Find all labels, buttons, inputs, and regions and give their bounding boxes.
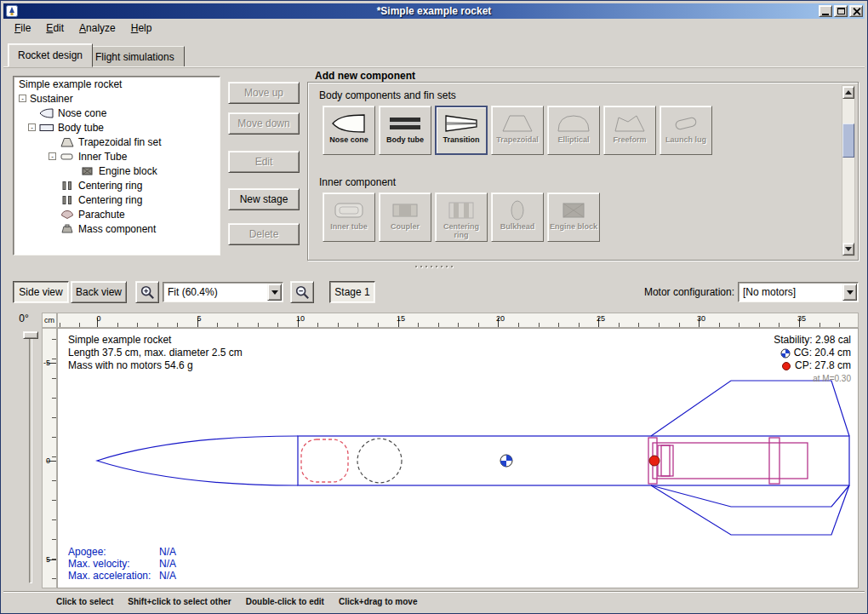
scroll-down-button[interactable] bbox=[842, 243, 854, 255]
add-coupler-button[interactable]: Coupler bbox=[379, 192, 431, 242]
parachute-shape[interactable] bbox=[301, 439, 348, 482]
vertical-ruler: -5 0 5 bbox=[42, 328, 57, 588]
tree-item-nose-cone[interactable]: Nose cone bbox=[14, 106, 220, 120]
body-tube-shape[interactable] bbox=[298, 436, 849, 485]
add-engine-block-button[interactable]: Engine block bbox=[547, 192, 600, 242]
new-stage-button[interactable]: New stage bbox=[228, 188, 300, 210]
add-body-tube-button[interactable]: Body tube bbox=[379, 106, 431, 155]
move-down-button[interactable]: Move down bbox=[228, 112, 300, 135]
splitter-handle[interactable] bbox=[1, 263, 867, 270]
collapse-icon[interactable]: - bbox=[28, 123, 36, 131]
apogee-value: N/A bbox=[159, 546, 176, 558]
inner-component-label: Inner component bbox=[319, 176, 396, 188]
rotation-slider-knob[interactable] bbox=[23, 331, 38, 339]
zoom-in-button[interactable] bbox=[135, 281, 159, 303]
add-trapezoidal-fin-button[interactable]: Trapezoidal bbox=[491, 106, 544, 155]
max-velocity-label: Max. velocity: bbox=[68, 558, 159, 570]
window-title: *Simple example rocket bbox=[3, 5, 865, 17]
tree-item-parachute[interactable]: Parachute bbox=[14, 207, 220, 221]
hint-click-drag: Click+drag to move bbox=[339, 597, 418, 606]
hint-shift-click: Shift+click to select other bbox=[128, 597, 231, 606]
tree-item-centering-ring-2[interactable]: Centering ring bbox=[14, 192, 220, 207]
tab-rocket-design[interactable]: Rocket design bbox=[8, 43, 93, 67]
centering-ring-rear-shape[interactable] bbox=[769, 438, 779, 484]
tab-panel-border bbox=[3, 66, 865, 68]
tree-item-fin-set[interactable]: Trapezoidal fin set bbox=[14, 135, 220, 149]
scroll-up-button[interactable] bbox=[842, 86, 854, 99]
inner-tube-icon bbox=[60, 152, 75, 162]
launch-lug-icon bbox=[667, 111, 705, 136]
engine-block-icon bbox=[555, 198, 592, 223]
ruler-unit-label: cm bbox=[42, 313, 57, 328]
zoom-out-button[interactable] bbox=[290, 281, 314, 303]
side-view-button[interactable]: Side view bbox=[13, 281, 69, 303]
title-bar[interactable]: *Simple example rocket bbox=[3, 3, 865, 19]
add-transition-button[interactable]: Transition bbox=[435, 106, 488, 155]
move-up-button[interactable]: Move up bbox=[228, 82, 300, 104]
tree-item-sustainer[interactable]: - Sustainer bbox=[14, 91, 220, 106]
component-tree[interactable]: Simple example rocket - Sustainer Nose c… bbox=[13, 76, 220, 255]
zoom-in-icon bbox=[140, 284, 155, 300]
minimize-button[interactable] bbox=[819, 5, 832, 17]
engine-block-shape[interactable] bbox=[658, 445, 673, 476]
add-centering-ring-button[interactable]: Centering ring bbox=[435, 192, 488, 242]
collapse-icon[interactable]: - bbox=[19, 95, 26, 102]
motor-configuration-select[interactable]: [No motors] bbox=[738, 282, 859, 302]
stage-1-toggle[interactable]: Stage 1 bbox=[329, 281, 375, 303]
zoom-level-select[interactable]: Fit (60.4%) bbox=[163, 282, 283, 302]
inner-component-buttons: Inner tube Coupler Centering ring Bulkhe… bbox=[323, 192, 600, 242]
cg-icon bbox=[780, 348, 791, 359]
combo-dropdown-button[interactable] bbox=[267, 284, 282, 301]
combo-dropdown-button[interactable] bbox=[842, 284, 857, 301]
tree-item-inner-tube[interactable]: - Inner Tube bbox=[14, 149, 220, 164]
mass-component-icon bbox=[60, 224, 75, 234]
menu-file[interactable]: File bbox=[7, 20, 38, 37]
body-tube-icon bbox=[386, 111, 424, 136]
back-view-button[interactable]: Back view bbox=[71, 281, 127, 303]
engine-block-icon bbox=[80, 166, 95, 176]
mass-component-shape[interactable] bbox=[357, 439, 402, 483]
hint-click-select: Click to select bbox=[56, 597, 113, 606]
add-launch-lug-button[interactable]: Launch lug bbox=[660, 106, 712, 155]
tree-item-rocket[interactable]: Simple example rocket bbox=[14, 77, 220, 91]
apogee-label: Apogee: bbox=[68, 546, 159, 558]
menu-analyze[interactable]: Analyze bbox=[71, 20, 123, 37]
arrow-down-icon bbox=[845, 247, 852, 251]
menu-help[interactable]: Help bbox=[123, 20, 160, 37]
add-nose-cone-button[interactable]: Nose cone bbox=[323, 106, 375, 155]
rocket-canvas[interactable]: Simple example rocket Length 37.5 cm, ma… bbox=[57, 328, 859, 588]
stability-block: Stability: 2.98 cal CG: 20.4 cm CP: 27.8… bbox=[774, 334, 851, 385]
tab-flight-simulations[interactable]: Flight simulations bbox=[85, 46, 185, 67]
add-freeform-fin-button[interactable]: Freeform bbox=[603, 106, 656, 155]
add-inner-tube-button[interactable]: Inner tube bbox=[323, 192, 375, 242]
close-button[interactable] bbox=[849, 5, 863, 17]
tree-item-body-tube[interactable]: - Body tube bbox=[14, 120, 220, 135]
rotation-slider-track[interactable] bbox=[29, 335, 32, 583]
fin-top-shape[interactable] bbox=[651, 381, 849, 436]
motor-configuration-label: Motor configuration: bbox=[600, 281, 734, 303]
cg-marker[interactable] bbox=[500, 455, 512, 467]
menu-edit[interactable]: Edit bbox=[38, 20, 71, 37]
edit-button[interactable]: Edit bbox=[228, 151, 300, 173]
rocket-mass: Mass with no motors 54.6 g bbox=[68, 359, 243, 372]
add-elliptical-fin-button[interactable]: Elliptical bbox=[547, 106, 600, 155]
maximize-button[interactable] bbox=[834, 5, 848, 17]
zoom-out-icon bbox=[294, 284, 310, 300]
coupler-icon bbox=[386, 198, 424, 223]
trapezoidal-fin-icon bbox=[499, 111, 536, 136]
design-view: 0° cm 0 5 10 15 20 25 30 35 -5 0 5 bbox=[9, 311, 859, 589]
inner-tube-shape[interactable] bbox=[653, 443, 808, 479]
tree-item-mass-component[interactable]: Mass component bbox=[14, 221, 220, 236]
add-bulkhead-button[interactable]: Bulkhead bbox=[491, 192, 544, 242]
hint-double-click: Double-click to edit bbox=[246, 597, 324, 606]
component-panel-scrollbar[interactable] bbox=[842, 85, 855, 256]
tree-item-engine-block[interactable]: Engine block bbox=[14, 164, 220, 178]
tree-item-centering-ring-1[interactable]: Centering ring bbox=[14, 178, 220, 192]
parachute-icon bbox=[60, 209, 75, 220]
mach-condition: at M=0.30 bbox=[774, 372, 851, 385]
scroll-thumb[interactable] bbox=[842, 123, 854, 158]
collapse-icon[interactable]: - bbox=[49, 152, 56, 160]
delete-button[interactable]: Delete bbox=[228, 223, 300, 245]
nose-cone-shape[interactable] bbox=[97, 436, 298, 485]
cp-marker[interactable] bbox=[649, 456, 660, 466]
